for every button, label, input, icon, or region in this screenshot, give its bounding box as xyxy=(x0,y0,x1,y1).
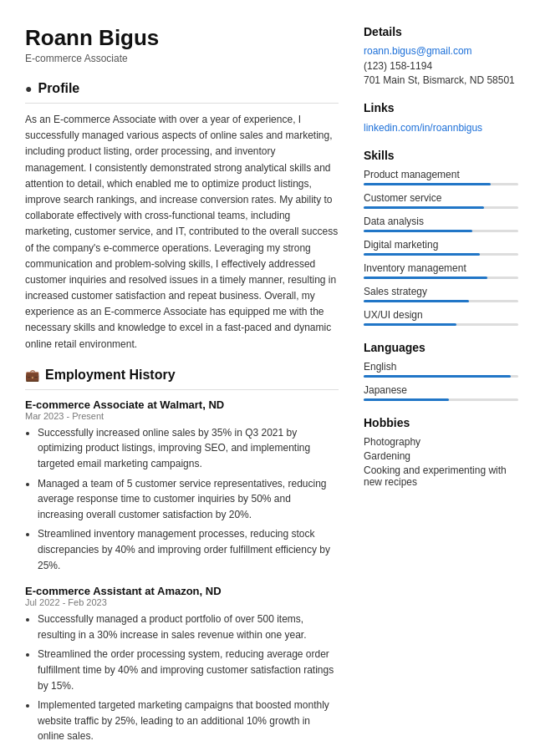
skill-item-2: Data analysis xyxy=(364,216,518,232)
job-2-bullet-1: Successfully managed a product portfolio… xyxy=(38,611,339,642)
employment-section: 💼 Employment History E-commerce Associat… xyxy=(25,368,339,744)
skill-label-1: Customer service xyxy=(364,192,518,204)
job-1-bullets: Successfully increased online sales by 3… xyxy=(25,425,339,573)
hobbies-section: Hobbies PhotographyGardeningCooking and … xyxy=(364,416,518,488)
lang-bar-bg-0 xyxy=(364,375,518,378)
job-1-bullet-2: Managed a team of 5 customer service rep… xyxy=(38,476,339,523)
lang-bar-fill-0 xyxy=(364,375,511,378)
hobby-item-0: Photography xyxy=(364,436,518,448)
details-section: Details roann.bigus@gmail.com (123) 158-… xyxy=(364,25,518,86)
languages-list: English Japanese xyxy=(364,361,518,401)
skill-label-2: Data analysis xyxy=(364,216,518,227)
skill-bar-bg-5 xyxy=(364,300,518,302)
skills-title: Skills xyxy=(364,149,518,162)
hobby-item-1: Gardening xyxy=(364,450,518,462)
links-section: Links linkedin.com/in/roannbigus xyxy=(364,101,518,134)
job-1-bullet-1: Successfully increased online sales by 3… xyxy=(38,425,339,472)
skill-bar-fill-4 xyxy=(364,277,487,279)
language-item-0: English xyxy=(364,361,518,378)
skill-bar-bg-1 xyxy=(364,206,518,209)
details-title: Details xyxy=(364,25,518,38)
language-item-1: Japanese xyxy=(364,384,518,401)
job-2-bullets: Successfully managed a product portfolio… xyxy=(25,611,339,744)
job-2: E-commerce Assistant at Amazon, ND Jul 2… xyxy=(25,585,339,744)
skill-bar-fill-5 xyxy=(364,300,469,302)
lang-label-1: Japanese xyxy=(364,384,518,396)
lang-label-0: English xyxy=(364,361,518,373)
job-1-bullet-3: Streamlined inventory management process… xyxy=(38,526,339,573)
skill-item-6: UX/UI design xyxy=(364,309,518,326)
employment-title: 💼 Employment History xyxy=(25,368,339,383)
languages-title: Languages xyxy=(364,341,518,354)
job-1-date: Mar 2023 - Present xyxy=(25,411,339,421)
links-title: Links xyxy=(364,101,518,114)
skill-bar-bg-0 xyxy=(364,183,518,185)
skill-item-3: Digital marketing xyxy=(364,239,518,256)
right-column: Details roann.bigus@gmail.com (123) 158-… xyxy=(364,25,518,756)
lang-bar-bg-1 xyxy=(364,398,518,401)
profile-text: As an E-commerce Associate with over a y… xyxy=(25,112,339,353)
employment-icon: 💼 xyxy=(25,368,39,382)
header: Roann Bigus E-commerce Associate xyxy=(25,25,339,64)
profile-icon: ● xyxy=(25,82,32,95)
job-2-bullet-2: Streamlined the order processing system,… xyxy=(38,647,339,693)
skill-label-6: UX/UI design xyxy=(364,309,518,321)
skill-item-1: Customer service xyxy=(364,192,518,209)
job-1: E-commerce Associate at Walmart, ND Mar … xyxy=(25,398,339,573)
hobbies-list: PhotographyGardeningCooking and experime… xyxy=(364,436,518,488)
job-2-title: E-commerce Assistant at Amazon, ND xyxy=(25,585,339,597)
skill-item-4: Inventory management xyxy=(364,262,518,279)
profile-title: ● Profile xyxy=(25,81,339,96)
skill-bar-bg-3 xyxy=(364,253,518,256)
employment-divider xyxy=(25,389,339,390)
skill-bar-fill-3 xyxy=(364,253,480,256)
skill-bar-fill-2 xyxy=(364,230,472,232)
skill-bar-bg-2 xyxy=(364,230,518,232)
skill-bar-fill-6 xyxy=(364,323,456,326)
lang-bar-fill-1 xyxy=(364,398,449,401)
skill-bar-fill-1 xyxy=(364,206,484,209)
skill-label-5: Sales strategy xyxy=(364,286,518,297)
hobby-item-2: Cooking and experimenting with new recip… xyxy=(364,464,518,488)
linkedin-link[interactable]: linkedin.com/in/roannbigus xyxy=(364,122,482,134)
job-2-date: Jul 2022 - Feb 2023 xyxy=(25,597,339,607)
skill-bar-fill-0 xyxy=(364,183,491,185)
candidate-name: Roann Bigus xyxy=(25,25,339,51)
skill-bar-bg-4 xyxy=(364,277,518,279)
phone-text: (123) 158-1194 xyxy=(364,60,518,72)
skills-list: Product management Customer service Data… xyxy=(364,169,518,326)
profile-section: ● Profile As an E-commerce Associate wit… xyxy=(25,81,339,353)
skill-bar-bg-6 xyxy=(364,323,518,326)
skill-label-3: Digital marketing xyxy=(364,239,518,251)
skill-item-0: Product management xyxy=(364,169,518,185)
hobbies-title: Hobbies xyxy=(364,416,518,429)
job-2-bullet-3: Implemented targeted marketing campaigns… xyxy=(38,698,339,744)
skills-section: Skills Product management Customer servi… xyxy=(364,149,518,326)
candidate-subtitle: E-commerce Associate xyxy=(25,53,339,64)
languages-section: Languages English Japanese xyxy=(364,341,518,401)
email-link[interactable]: roann.bigus@gmail.com xyxy=(364,45,518,57)
skill-item-5: Sales strategy xyxy=(364,286,518,302)
profile-divider xyxy=(25,103,339,104)
job-1-title: E-commerce Associate at Walmart, ND xyxy=(25,398,339,411)
skill-label-0: Product management xyxy=(364,169,518,180)
skill-label-4: Inventory management xyxy=(364,262,518,274)
address-text: 701 Main St, Bismarck, ND 58501 xyxy=(364,74,518,86)
